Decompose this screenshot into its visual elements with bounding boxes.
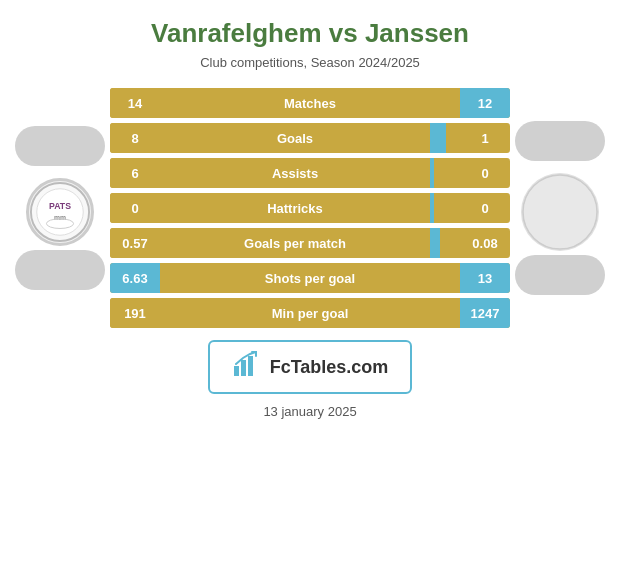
stat-assists-right: 0 xyxy=(460,158,510,188)
right-team-logo xyxy=(521,173,599,251)
svg-point-5 xyxy=(523,175,597,249)
stat-mpg-left: 191 xyxy=(110,298,160,328)
left-team-logo: PATS mm xyxy=(26,178,94,246)
page-title: Vanrafelghem vs Janssen xyxy=(151,18,469,49)
stat-matches-right: 12 xyxy=(460,88,510,118)
stat-row-shots-per-goal: 6.63 Shots per goal 13 xyxy=(110,263,510,293)
stat-assists-label: Assists xyxy=(160,158,430,188)
stat-mpg-right: 1247 xyxy=(460,298,510,328)
stat-row-goals: 8 Goals 1 xyxy=(110,123,510,153)
stat-hattricks-right: 0 xyxy=(460,193,510,223)
left-deco-oval-top xyxy=(15,126,105,166)
stat-gpm-left: 0.57 xyxy=(110,228,160,258)
watermark-box: FcTables.com xyxy=(208,340,413,394)
stat-row-min-per-goal: 191 Min per goal 1247 xyxy=(110,298,510,328)
stat-gpm-right: 0.08 xyxy=(460,228,510,258)
stat-mpg-label: Min per goal xyxy=(160,298,460,328)
right-deco-oval-bottom xyxy=(515,255,605,295)
svg-rect-8 xyxy=(248,356,253,376)
stat-goals-right: 1 xyxy=(460,123,510,153)
stat-row-goals-per-match: 0.57 Goals per match 0.08 xyxy=(110,228,510,258)
svg-text:mm: mm xyxy=(54,214,66,221)
stat-spg-label: Shots per goal xyxy=(160,263,460,293)
stat-row-matches: 14 Matches 12 xyxy=(110,88,510,118)
left-deco-oval-bottom xyxy=(15,250,105,290)
stats-column: 14 Matches 12 8 Goals 1 6 Assists 0 xyxy=(110,88,510,328)
page-subtitle: Club competitions, Season 2024/2025 xyxy=(200,55,420,70)
stat-row-assists: 6 Assists 0 xyxy=(110,158,510,188)
stat-spg-left: 6.63 xyxy=(110,263,160,293)
stat-matches-left: 14 xyxy=(110,88,160,118)
fctables-icon xyxy=(232,350,260,384)
watermark-section: FcTables.com xyxy=(208,340,413,394)
svg-rect-7 xyxy=(241,360,246,376)
svg-rect-6 xyxy=(234,366,239,376)
stat-spg-right: 13 xyxy=(460,263,510,293)
stat-row-hattricks: 0 Hattricks 0 xyxy=(110,193,510,223)
stat-assists-left: 6 xyxy=(110,158,160,188)
watermark-text: FcTables.com xyxy=(270,357,389,378)
main-content-row: PATS mm 14 Matches 12 8 Goals xyxy=(10,88,610,328)
stat-matches-label: Matches xyxy=(160,88,460,118)
footer-date: 13 january 2025 xyxy=(263,404,356,419)
right-deco-oval-top xyxy=(515,121,605,161)
right-team-area xyxy=(510,121,610,295)
stat-gpm-label: Goals per match xyxy=(160,228,430,258)
stat-goals-label: Goals xyxy=(160,123,430,153)
svg-text:PATS: PATS xyxy=(49,201,71,211)
stat-hattricks-label: Hattricks xyxy=(160,193,430,223)
stat-hattricks-left: 0 xyxy=(110,193,160,223)
stat-goals-left: 8 xyxy=(110,123,160,153)
left-team-area: PATS mm xyxy=(10,126,110,290)
